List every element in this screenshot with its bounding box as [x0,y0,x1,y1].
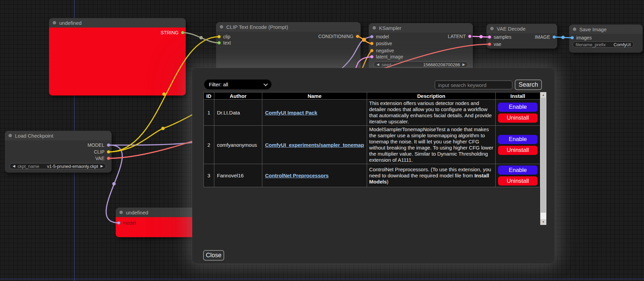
node-title: Load Checkpoint [15,133,53,139]
widget-name: ckpt_name [18,164,39,169]
uninstall-button[interactable]: Uninstall [498,176,538,186]
collapse-dot-icon[interactable] [53,21,56,24]
collapse-dot-icon[interactable] [220,25,223,29]
extension-link[interactable]: ComfyUI_experiments/sampler_tonemap [265,142,364,148]
previous-arrow-icon[interactable]: ◀ [13,164,15,168]
node-title-bar[interactable]: CLIP Text Encode (Prompt) [216,22,361,32]
extension-link[interactable]: ControlNet Preprocessors [265,173,329,178]
images-input-slot[interactable]: images [571,35,592,40]
enable-button[interactable]: Enable [498,135,538,144]
ckpt-name-widget[interactable]: ◀ ckpt_name v1-5-pruned-emaonly.ckpt ▶ [10,163,106,169]
node-title: Save Image [579,27,607,32]
latent-image-input-port[interactable] [370,55,374,58]
node-undefined-top[interactable]: undefined STRING [49,18,186,95]
image-output-port[interactable] [552,35,556,39]
uninstall-button[interactable]: Uninstall [498,113,538,123]
cell-author: comfyanonymous [214,126,262,164]
text-input-port[interactable] [217,41,221,45]
filename-prefix-widget[interactable]: filename_prefix ComfyUI [573,41,634,48]
clip-output-slot[interactable]: CLIP [94,149,110,155]
table-row: 1Dr.Lt.DataComfyUI Impact PackThis exten… [204,100,540,126]
next-arrow-icon[interactable]: ▶ [100,164,103,168]
vae-output-port[interactable] [107,157,110,160]
model-input-port[interactable] [370,35,374,38]
scroll-up-button[interactable]: ▲ [540,92,546,98]
string-output-slot[interactable]: STRING [161,30,184,35]
image-output-slot[interactable]: IMAGE [535,34,556,40]
model-output-port[interactable] [107,143,110,147]
node-save-image[interactable]: Save Image images filename_prefix ComfyU… [569,24,643,53]
text-input-slot[interactable]: text [217,40,231,46]
model-output-slot[interactable]: MODEL [87,142,110,148]
filter-select[interactable]: Filter: all [204,80,271,89]
close-button[interactable]: Close [203,250,224,261]
increment-arrow-icon[interactable]: ▶ [462,63,465,66]
node-title-bar[interactable]: Load Checkpoint [5,131,112,140]
cell-install: EnableUninstall [496,126,540,164]
images-input-port[interactable] [571,36,574,39]
latent-output-port[interactable] [468,35,472,38]
node-clip-text-encode[interactable]: CLIP Text Encode (Prompt) clip text COND… [216,22,361,71]
clip-input-port[interactable] [217,35,221,38]
clip-output-port[interactable] [107,150,110,154]
node-title: undefined [126,210,148,215]
node-title-bar[interactable]: undefined [49,18,186,28]
node-title: KSampler [379,25,401,31]
node-ksampler[interactable]: KSampler model positive negative latent_… [369,23,473,71]
collapse-dot-icon[interactable] [119,211,123,214]
node-title-bar[interactable]: KSampler [369,23,473,33]
node-vae-decode[interactable]: VAE Decode samples vae IMAGE [486,24,557,49]
collapse-dot-icon[interactable] [490,27,494,30]
collapse-dot-icon[interactable] [573,28,576,31]
positive-input-slot[interactable]: positive [370,41,392,46]
enable-button[interactable]: Enable [498,165,538,175]
node-graph-canvas[interactable]: undefined STRING CLIP Text Encode (Promp… [0,0,644,281]
vae-input-port[interactable] [488,42,491,46]
model-input-slot[interactable]: model [117,220,136,226]
model-input-slot[interactable]: model [370,34,389,39]
cell-description: ModelSamplerTonemapNoiseTest a node that… [367,126,496,164]
vae-output-slot[interactable]: VAE [95,156,110,161]
header-install: Install [496,92,540,100]
seed-widget[interactable]: ◀ seed 156680208700286 ▶ [374,62,468,68]
search-input[interactable] [435,81,512,89]
negative-input-port[interactable] [370,49,374,52]
model-input-port[interactable] [117,221,120,225]
node-title-bar[interactable]: VAE Decode [486,24,557,33]
cell-install: EnableUninstall [496,100,540,126]
node-load-checkpoint[interactable]: Load Checkpoint MODEL CLIP VAE ◀ ckpt_na… [5,131,112,173]
collapse-dot-icon[interactable] [373,26,376,30]
vae-input-slot[interactable]: vae [488,41,501,47]
decrement-arrow-icon[interactable]: ◀ [377,63,379,66]
negative-input-slot[interactable]: negative [370,48,394,53]
node-title-bar[interactable]: undefined [116,208,199,217]
node-undefined-bottom[interactable]: undefined model [116,208,199,237]
uninstall-button[interactable]: Uninstall [498,146,538,155]
table-scrollbar[interactable]: ▲ ▼ [540,92,546,225]
link-midpoint-dot [112,182,116,186]
extension-link[interactable]: ComfyUI Impact Pack [265,110,317,116]
extensions-table-body: 1Dr.Lt.DataComfyUI Impact PackThis exten… [204,100,540,187]
conditioning-output-slot[interactable]: CONDITIONING [318,34,359,39]
link-midpoint-dot [362,38,366,42]
latent-output-slot[interactable]: LATENT [448,34,472,39]
samples-input-slot[interactable]: samples [488,34,511,40]
string-output-port[interactable] [181,31,184,34]
enable-button[interactable]: Enable [498,103,538,112]
cell-author: Fannovel16 [214,164,262,187]
scroll-down-button[interactable]: ▼ [540,219,546,225]
scrollbar-thumb[interactable] [541,98,546,213]
samples-input-port[interactable] [488,35,491,39]
canvas-axis-horizontal [0,279,644,279]
latent-image-input-slot[interactable]: latent_image [370,54,403,59]
search-button[interactable]: Search [515,80,542,90]
positive-input-port[interactable] [370,42,374,45]
conditioning-output-port[interactable] [356,35,359,38]
collapse-dot-icon[interactable] [9,134,12,137]
widget-name: seed [382,62,391,67]
header-description: Description [367,92,496,100]
clip-input-slot[interactable]: clip [217,34,230,39]
node-title-bar[interactable]: Save Image [569,24,643,34]
cell-id: 2 [204,126,214,164]
node-title: VAE Decode [497,26,526,32]
